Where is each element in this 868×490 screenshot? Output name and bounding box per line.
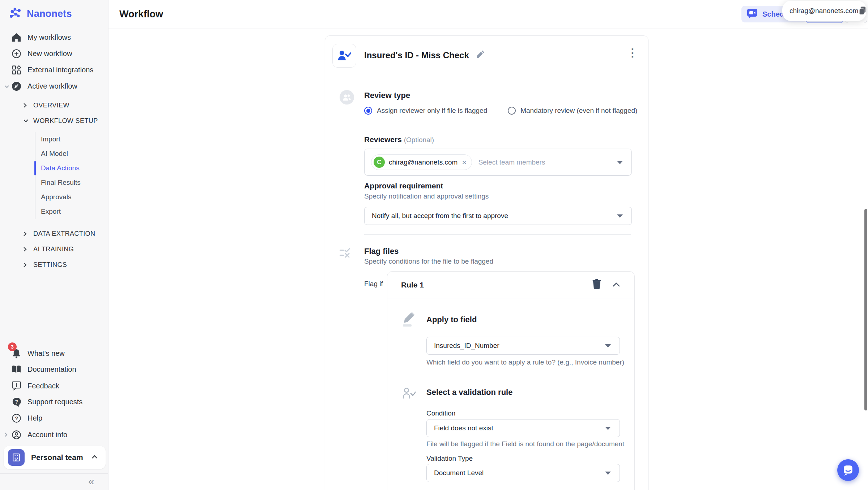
brand[interactable]: Nanonets [9, 7, 72, 21]
flag-files-heading: Flag files [364, 247, 399, 256]
condition-dropdown[interactable]: Field does not exist [426, 419, 620, 437]
sidebar-item-label: Account info [27, 431, 67, 439]
chevron-right-icon [23, 231, 27, 237]
caret-down-icon [605, 427, 611, 430]
avatar: C [374, 157, 385, 168]
chevron-right-icon [4, 432, 8, 439]
sidebar-item-label: Feedback [27, 382, 59, 390]
sidebar-item-final-results[interactable]: Final Results [41, 175, 81, 190]
page-title: Workflow [119, 9, 163, 20]
condition-helper-text: File will be flagged if the Field is not… [426, 440, 624, 448]
divider [364, 127, 631, 127]
feedback-bubble-icon [11, 381, 22, 391]
vertical-scrollbar-thumb[interactable] [864, 209, 867, 410]
sidebar-item-my-workflows[interactable]: My workflows [0, 29, 108, 45]
book-icon [11, 365, 22, 374]
sidebar-section-workflow-setup[interactable]: WORKFLOW SETUP [0, 114, 108, 128]
sub-item-label: Approvals [41, 193, 72, 201]
sidebar-item-feedback[interactable]: Feedback [0, 378, 108, 394]
integrations-grid-icon [11, 65, 22, 75]
help-circle-icon: ? [11, 413, 22, 423]
condition-label: Condition [426, 409, 455, 417]
approval-heading: Approval requirement [364, 182, 443, 190]
reviewers-multiselect[interactable]: C chirag@nanonets.com × Select team memb… [364, 149, 632, 176]
radio-label[interactable]: Assign reviewer only if file is flagged [377, 107, 487, 115]
edit-pencil-icon[interactable] [476, 50, 484, 60]
sidebar-item-new-workflow[interactable]: New workflow [0, 46, 108, 61]
approval-dropdown[interactable]: Notify all, but accept from the first to… [364, 207, 632, 225]
radio-unselected[interactable] [508, 107, 516, 115]
chevron-down-icon [4, 84, 9, 90]
sidebar-item-data-actions[interactable]: Data Actions [41, 161, 80, 175]
field-helper-text: Which field do you want to apply a rule … [426, 358, 624, 366]
sidebar-item-active-workflow[interactable]: Active workflow [0, 78, 108, 94]
validation-person-check-icon [403, 387, 416, 400]
field-dropdown[interactable]: Insureds_ID_Number [426, 337, 620, 355]
notification-badge: 3 [8, 342, 17, 351]
rule-header: Rule 1 [387, 272, 634, 298]
sidebar-section-settings[interactable]: SETTINGS [0, 257, 108, 272]
sidebar-section-label: SETTINGS [33, 261, 67, 269]
trash-icon[interactable] [592, 279, 601, 290]
sidebar-section-label: AI TRAINING [33, 246, 74, 253]
person-check-icon [337, 50, 351, 62]
sidebar-item-label: New workflow [27, 50, 72, 58]
support-question-bubble-icon: ? [11, 397, 22, 407]
validation-type-dropdown-value: Document Level [434, 469, 484, 477]
sidebar-collapse-button[interactable]: « [88, 475, 94, 487]
brand-name: Nanonets [27, 8, 72, 20]
sidebar-item-label: What's new [27, 349, 65, 358]
reviewers-optional-text: (Optional) [404, 136, 434, 144]
account-email: chirag@nanonets.com [790, 7, 858, 15]
sidebar-section-label: DATA EXTRACTION [33, 230, 95, 238]
sidebar-item-support-requests[interactable]: ? Support requests [0, 394, 108, 410]
app: Nanonets My workflows New workflow Exter… [0, 0, 868, 490]
reviewers-heading-text: Reviewers [364, 135, 402, 144]
sidebar: Nanonets My workflows New workflow Exter… [0, 0, 109, 490]
sidebar-item-label: Documentation [27, 365, 76, 374]
copy-icon[interactable] [858, 6, 867, 16]
radio-selected[interactable] [364, 107, 372, 115]
team-building-icon [8, 449, 25, 466]
chat-widget-button[interactable] [837, 459, 859, 481]
review-type-radios: Assign reviewer only if file is flagged … [364, 107, 637, 115]
validation-type-dropdown[interactable]: Document Level [426, 464, 620, 482]
sidebar-item-export[interactable]: Export [41, 204, 61, 219]
caret-down-icon [617, 214, 623, 218]
sidebar-section-overview[interactable]: OVERVIEW [0, 98, 108, 112]
email-tooltip: chirag@nanonets.com [782, 1, 866, 21]
sidebar-item-help[interactable]: ? Help [0, 410, 108, 426]
sidebar-item-label: External integrations [27, 66, 93, 74]
sidebar-item-account-info[interactable]: Account info [0, 427, 108, 443]
validation-rule-heading: Select a validation rule [426, 388, 512, 397]
sidebar-section-data-extraction[interactable]: DATA EXTRACTION [0, 226, 108, 241]
sidebar-item-import[interactable]: Import [41, 132, 60, 146]
reviewer-email: chirag@nanonets.com [389, 158, 458, 166]
field-dropdown-value: Insureds_ID_Number [434, 342, 499, 350]
radio-label[interactable]: Mandatory review (even if not flagged) [520, 107, 637, 115]
chevron-right-icon [23, 103, 27, 108]
chevron-up-icon [92, 454, 98, 460]
sidebar-item-documentation[interactable]: Documentation [0, 361, 108, 377]
collapse-rule-chevron-up-icon[interactable] [613, 282, 620, 288]
sidebar-item-label: Help [27, 414, 42, 422]
sidebar-item-ai-model[interactable]: AI Model [41, 146, 68, 161]
reviewer-chip: C chirag@nanonets.com × [371, 154, 472, 170]
caret-down-icon [617, 161, 623, 164]
sidebar-item-external-integrations[interactable]: External integrations [0, 62, 108, 78]
home-icon [11, 33, 22, 42]
sidebar-item-approvals[interactable]: Approvals [41, 190, 72, 204]
sidebar-section-ai-training[interactable]: AI TRAINING [0, 242, 108, 256]
caret-down-icon [605, 472, 611, 475]
team-switcher[interactable]: Personal team [4, 446, 106, 469]
step-title: Insured's ID - Miss Check [364, 50, 469, 60]
remove-chip-icon[interactable]: × [462, 158, 466, 166]
sidebar-item-whats-new[interactable]: 3 What's new [0, 345, 108, 361]
condition-dropdown-value: Field does not exist [434, 424, 493, 432]
approval-subheading: Specify notification and approval settin… [364, 192, 489, 200]
kebab-menu-icon[interactable]: ⋮ [627, 47, 638, 58]
nanonets-logo-icon [9, 7, 22, 21]
sidebar-item-label: Support requests [27, 398, 82, 406]
sidebar-divider [0, 473, 108, 474]
svg-text:?: ? [15, 415, 18, 421]
